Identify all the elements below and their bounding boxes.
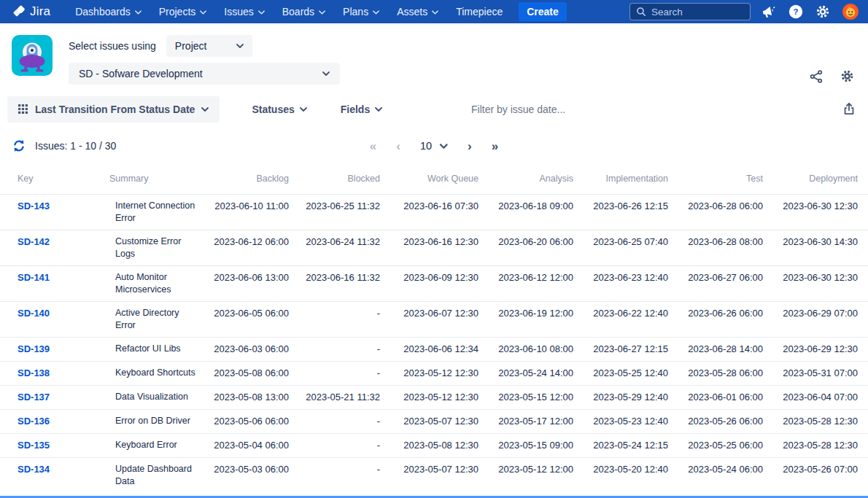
- nav-item-timepiece[interactable]: Timepiece: [447, 0, 511, 23]
- issue-row-SD-142: SD-142Customize Error Logs2023-06-12 06:…: [0, 230, 868, 266]
- export-button[interactable]: [842, 102, 856, 117]
- first-page-button[interactable]: «: [370, 140, 376, 152]
- summary-cell: Update Dashboard Data: [109, 458, 206, 494]
- help-button[interactable]: ?: [788, 4, 804, 20]
- issue-key-link[interactable]: SD-141: [18, 272, 50, 283]
- nav-item-dashboards[interactable]: Dashboards: [66, 0, 150, 23]
- nav-menu-list: DashboardsProjectsIssuesBoardsPlansAsset…: [66, 0, 511, 23]
- date-cell: -: [289, 458, 380, 494]
- issue-row-SD-135: SD-135Keyboard Error2023-05-04 06:00-202…: [0, 434, 868, 458]
- date-cell: 2023-06-30 12:30: [763, 195, 868, 230]
- date-cell: 2023-06-06 12:34: [380, 338, 478, 362]
- date-cell: 2023-05-23 12:40: [573, 410, 668, 434]
- app-settings-button[interactable]: [840, 69, 855, 84]
- column-mode-label: Last Transition From Status Date: [35, 104, 195, 115]
- issue-key-link[interactable]: SD-136: [18, 416, 50, 427]
- issue-row-SD-137: SD-137Data Visualization2023-05-08 13:00…: [0, 386, 868, 410]
- issue-key-link[interactable]: SD-138: [18, 367, 50, 378]
- search-input[interactable]: [651, 7, 744, 17]
- announcements-button[interactable]: [762, 4, 777, 20]
- fields-dropdown[interactable]: Fields: [341, 104, 382, 115]
- column-header-backlog: Backlog: [206, 165, 289, 195]
- date-cell: -: [289, 302, 380, 338]
- date-cell: 2023-06-25 11:32: [289, 195, 380, 230]
- date-cell: 2023-06-10 11:00: [206, 195, 289, 230]
- nav-item-issues[interactable]: Issues: [215, 0, 273, 23]
- statuses-label: Statuses: [252, 104, 294, 115]
- date-cell: 2023-06-29 12:30: [763, 338, 868, 362]
- date-cell: 2023-06-20 06:00: [478, 230, 573, 266]
- date-cell: 2023-06-28 08:00: [668, 230, 763, 266]
- select-issues-label: Select issues using: [69, 40, 156, 52]
- nav-item-projects[interactable]: Projects: [150, 0, 216, 23]
- chevron-down-icon: [201, 107, 209, 112]
- jira-mark-icon: [12, 4, 26, 19]
- create-button[interactable]: Create: [519, 2, 567, 21]
- nav-item-label: Dashboards: [75, 6, 131, 17]
- nav-item-boards[interactable]: Boards: [274, 0, 334, 23]
- issue-source-type-select[interactable]: Project: [166, 35, 252, 57]
- issue-key-link[interactable]: SD-140: [18, 308, 50, 319]
- page-size-select[interactable]: 10: [420, 140, 448, 152]
- date-cell: 2023-05-21 11:32: [289, 386, 380, 410]
- issue-key-link[interactable]: SD-135: [18, 440, 50, 451]
- header-corner-icons: [809, 69, 855, 84]
- issue-key-link[interactable]: SD-134: [18, 464, 50, 475]
- nav-item-assets[interactable]: Assets: [388, 0, 447, 23]
- date-cell: 2023-05-17 12:00: [478, 410, 573, 434]
- user-avatar[interactable]: [842, 3, 859, 20]
- date-cell: 2023-06-24 11:32: [289, 230, 380, 266]
- date-cell: -: [289, 338, 380, 362]
- key-cell: SD-138: [0, 362, 109, 386]
- key-cell: SD-139: [0, 338, 109, 362]
- date-cell: 2023-06-16 12:30: [380, 230, 478, 266]
- column-mode-select[interactable]: Last Transition From Status Date: [7, 96, 220, 122]
- date-cell: 2023-06-27 12:15: [573, 338, 668, 362]
- project-select[interactable]: SD - Sofware Development: [69, 63, 340, 85]
- gear-icon: [840, 69, 855, 84]
- date-cell: 2023-06-07 12:30: [380, 302, 478, 338]
- issue-row-SD-134: SD-134Update Dashboard Data2023-05-03 06…: [0, 458, 868, 494]
- table-header-row: KeySummaryBacklogBlockedWork QueueAnalys…: [0, 165, 868, 195]
- gear-icon: [815, 4, 831, 20]
- chevron-down-icon: [236, 44, 244, 48]
- key-cell: SD-137: [0, 386, 109, 410]
- nav-item-label: Timepiece: [456, 6, 503, 17]
- date-cell: 2023-06-12 06:00: [206, 230, 289, 266]
- refresh-button[interactable]: [12, 139, 26, 153]
- chevron-down-icon: [200, 10, 206, 15]
- date-cell: 2023-05-28 12:30: [763, 434, 868, 458]
- share-button[interactable]: [809, 69, 824, 84]
- issues-table-body: SD-143Internet Connection Error2023-06-1…: [0, 195, 868, 494]
- previous-page-button[interactable]: ‹: [396, 140, 400, 152]
- issue-key-link[interactable]: SD-139: [18, 343, 50, 354]
- next-page-button[interactable]: ›: [468, 140, 472, 152]
- last-page-button[interactable]: »: [492, 140, 498, 152]
- date-cell: 2023-06-27 06:00: [668, 266, 763, 302]
- search-box[interactable]: [629, 3, 751, 20]
- date-cell: 2023-06-10 08:00: [478, 338, 573, 362]
- date-cell: 2023-06-22 12:40: [573, 302, 668, 338]
- settings-button[interactable]: [815, 4, 831, 20]
- column-header-analysis: Analysis: [478, 165, 573, 195]
- status-bar: Issues: 1 - 10 / 30 « ‹ 10 › »: [12, 134, 856, 157]
- summary-cell: Refactor UI Libs: [109, 338, 206, 362]
- column-header-summary: Summary: [109, 165, 206, 195]
- summary-cell: Auto Monitor Microservices: [109, 266, 206, 302]
- issue-key-link[interactable]: SD-142: [18, 236, 50, 247]
- column-header-implementation: Implementation: [573, 165, 668, 195]
- issue-row-SD-141: SD-141Auto Monitor Microservices2023-06-…: [0, 266, 868, 302]
- column-header-work-queue: Work Queue: [380, 165, 478, 195]
- issue-key-link[interactable]: SD-143: [18, 201, 50, 211]
- issue-key-link[interactable]: SD-137: [18, 392, 50, 402]
- app-header: Select issues using Project SD - Sofware…: [0, 23, 868, 89]
- nav-item-plans[interactable]: Plans: [334, 0, 388, 23]
- date-cell: 2023-06-25 07:40: [573, 230, 668, 266]
- issue-date-filter-input[interactable]: [471, 104, 683, 115]
- nav-item-label: Plans: [343, 6, 368, 17]
- date-cell: 2023-05-08 06:00: [206, 362, 289, 386]
- toolbar: Last Transition From Status Date Statuse…: [7, 96, 861, 122]
- date-cell: 2023-05-07 12:30: [380, 410, 478, 434]
- jira-logo[interactable]: Jira: [12, 4, 50, 19]
- statuses-dropdown[interactable]: Statuses: [252, 104, 306, 115]
